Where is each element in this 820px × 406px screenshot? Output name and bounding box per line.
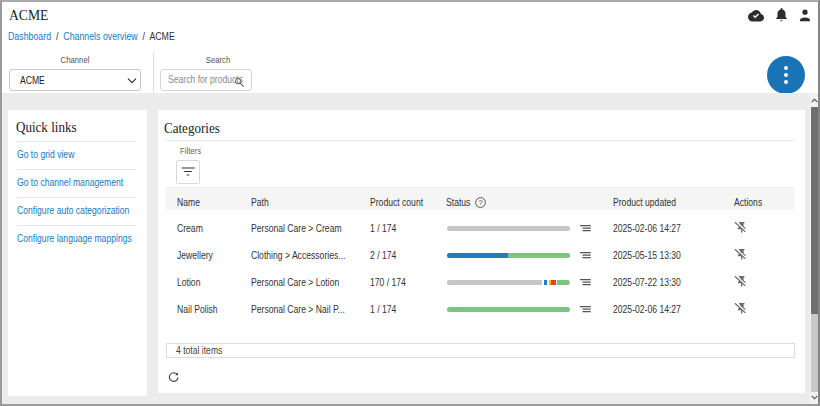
svg-text:?: ? [478,198,482,207]
